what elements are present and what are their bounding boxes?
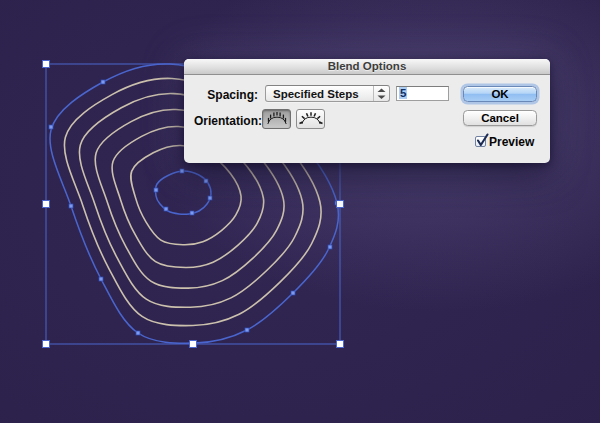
stepper-arrows-icon bbox=[373, 86, 389, 101]
anchor-point[interactable] bbox=[291, 291, 295, 295]
anchor-point[interactable] bbox=[190, 211, 194, 215]
anchor-point[interactable] bbox=[328, 245, 332, 249]
selection-handle[interactable] bbox=[337, 201, 344, 208]
selection-handle[interactable] bbox=[337, 341, 344, 348]
spacing-dropdown-value: Specified Steps bbox=[273, 87, 359, 101]
spacing-dropdown[interactable]: Specified Steps bbox=[265, 85, 390, 102]
anchor-point[interactable] bbox=[204, 179, 208, 183]
anchor-point[interactable] bbox=[49, 125, 53, 129]
selection-handle[interactable] bbox=[43, 201, 50, 208]
orientation-label: Orientation: bbox=[192, 114, 262, 128]
spacing-label: Spacing: bbox=[192, 88, 258, 102]
anchor-point[interactable] bbox=[69, 204, 73, 208]
selection-handle[interactable] bbox=[43, 61, 50, 68]
anchor-point[interactable] bbox=[136, 331, 140, 335]
illustrator-canvas: Blend Options Spacing: Specified Steps 5… bbox=[0, 0, 600, 423]
anchor-point[interactable] bbox=[154, 188, 158, 192]
preview-checkbox-label: Preview bbox=[489, 135, 534, 149]
steps-value: 5 bbox=[399, 87, 407, 99]
anchor-point[interactable] bbox=[99, 277, 103, 281]
orientation-align-to-path-button[interactable] bbox=[296, 109, 325, 129]
anchor-point[interactable] bbox=[101, 80, 105, 84]
steps-input[interactable]: 5 bbox=[396, 86, 449, 101]
orientation-align-to-page-button[interactable] bbox=[262, 109, 291, 129]
blend-options-dialog: Blend Options Spacing: Specified Steps 5… bbox=[184, 59, 550, 163]
dialog-titlebar[interactable]: Blend Options bbox=[184, 59, 550, 75]
selection-handle[interactable] bbox=[190, 341, 197, 348]
anchor-point[interactable] bbox=[180, 169, 184, 173]
preview-checkbox[interactable] bbox=[475, 136, 486, 147]
selection-handle[interactable] bbox=[43, 341, 50, 348]
anchor-point[interactable] bbox=[164, 207, 168, 211]
ok-button[interactable]: OK bbox=[463, 86, 537, 102]
anchor-point[interactable] bbox=[208, 196, 212, 200]
dialog-title: Blend Options bbox=[328, 60, 407, 72]
anchor-point[interactable] bbox=[245, 328, 249, 332]
cancel-button[interactable]: Cancel bbox=[463, 110, 537, 126]
